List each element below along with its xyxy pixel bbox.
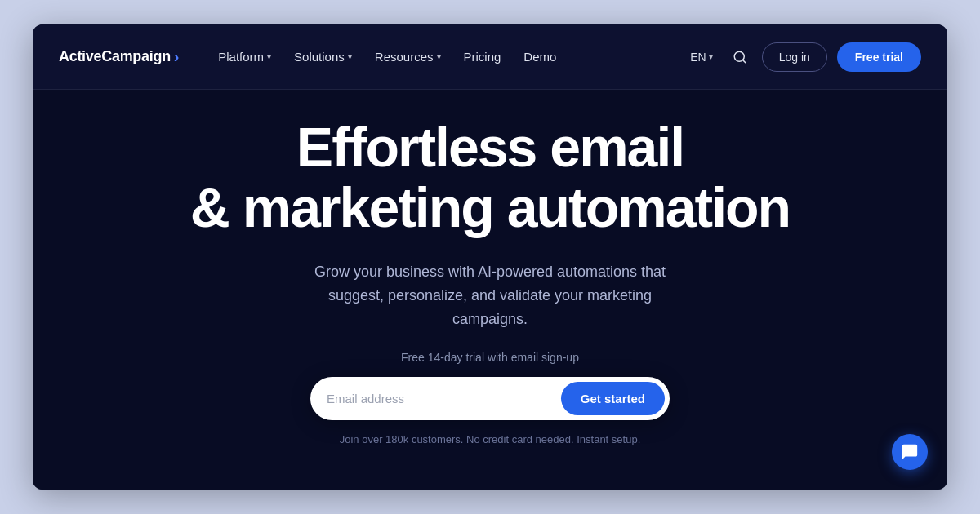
nav-item-pricing[interactable]: Pricing [454, 43, 511, 70]
nav-item-resources[interactable]: Resources ▾ [365, 43, 451, 70]
chevron-down-icon: ▾ [709, 52, 713, 61]
hero-subtext: Grow your business with AI-powered autom… [302, 260, 678, 330]
navbar: ActiveCampaign › Platform ▾ Solutions ▾ … [33, 24, 947, 90]
email-input[interactable] [327, 392, 561, 405]
social-proof: Join over 180k customers. No credit card… [340, 433, 641, 445]
hero-heading: Effortless email & marketing automation [190, 117, 790, 237]
nav-links: Platform ▾ Solutions ▾ Resources ▾ Prici… [208, 43, 685, 70]
chat-bubble-button[interactable] [892, 434, 928, 470]
free-trial-button[interactable]: Free trial [837, 42, 921, 72]
nav-item-solutions[interactable]: Solutions ▾ [284, 43, 362, 70]
nav-item-platform[interactable]: Platform ▾ [208, 43, 281, 70]
logo-text: ActiveCampaign [59, 48, 171, 65]
chat-icon [901, 443, 919, 461]
svg-line-1 [742, 60, 745, 62]
nav-right: EN ▾ Log in Free trial [685, 42, 921, 72]
logo[interactable]: ActiveCampaign › [59, 47, 179, 66]
search-button[interactable] [728, 47, 752, 68]
login-button[interactable]: Log in [762, 42, 827, 72]
chevron-down-icon: ▾ [348, 52, 352, 61]
search-icon [733, 50, 747, 64]
email-form: Get started [310, 377, 670, 420]
nav-item-demo[interactable]: Demo [514, 43, 566, 70]
chevron-down-icon: ▾ [267, 52, 271, 61]
language-selector[interactable]: EN ▾ [685, 47, 717, 67]
browser-window: ActiveCampaign › Platform ▾ Solutions ▾ … [33, 24, 947, 490]
get-started-button[interactable]: Get started [561, 382, 665, 415]
logo-arrow: › [174, 47, 179, 66]
chevron-down-icon: ▾ [437, 52, 441, 61]
hero-section: Effortless email & marketing automation … [33, 90, 947, 490]
trial-label: Free 14-day trial with email sign-up [401, 351, 579, 364]
